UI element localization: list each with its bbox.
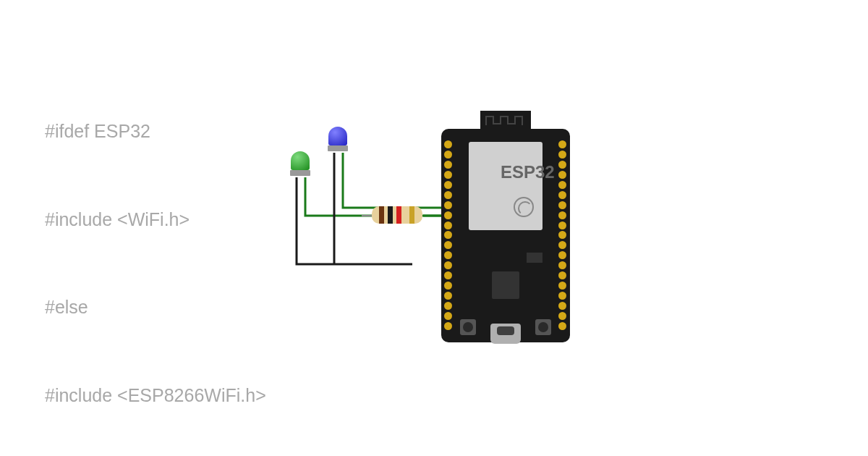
pin xyxy=(558,221,566,229)
pin xyxy=(558,261,566,269)
pin xyxy=(444,251,452,259)
pin xyxy=(444,282,452,290)
boot-button[interactable] xyxy=(535,319,551,335)
pin xyxy=(444,140,452,148)
esp32-chip-label: ESP32 xyxy=(501,162,555,182)
pin xyxy=(444,211,452,219)
pin xyxy=(558,251,566,259)
usb-serial-chip xyxy=(492,271,519,299)
led-bulb xyxy=(291,151,310,170)
pin xyxy=(558,231,566,239)
pin-header-left xyxy=(444,140,453,330)
regulator-chip xyxy=(527,253,542,263)
circuit-diagram: ESP32 xyxy=(441,98,586,344)
antenna-trace-icon xyxy=(480,111,531,130)
pin xyxy=(444,171,452,179)
pin xyxy=(444,312,452,320)
pin xyxy=(558,181,566,189)
pin xyxy=(444,322,452,330)
pin xyxy=(444,181,452,189)
code-line: #include <ESP8266WiFi.h> xyxy=(45,381,645,410)
pin xyxy=(558,161,566,169)
pin xyxy=(558,312,566,320)
pin xyxy=(558,322,566,330)
pin xyxy=(558,302,566,310)
green-led[interactable] xyxy=(291,151,310,176)
pin-header-right xyxy=(558,140,567,330)
led-base xyxy=(290,170,310,176)
pin xyxy=(558,241,566,249)
espressif-logo-icon xyxy=(514,197,534,217)
resistor-band-1 xyxy=(379,206,384,224)
pin xyxy=(444,292,452,300)
pin xyxy=(558,292,566,300)
resistor-band-3 xyxy=(396,206,401,224)
led-base xyxy=(328,145,348,151)
esp32-antenna xyxy=(480,111,531,130)
pin xyxy=(558,271,566,279)
pin xyxy=(444,302,452,310)
esp32-metal-shield: ESP32 xyxy=(469,142,542,230)
pin xyxy=(444,221,452,229)
pin xyxy=(558,191,566,199)
resistor-band-2 xyxy=(388,206,393,224)
pin xyxy=(444,271,452,279)
esp32-board[interactable]: ESP32 xyxy=(441,129,570,342)
pin xyxy=(558,151,566,159)
pin xyxy=(444,161,452,169)
led-bulb xyxy=(328,127,347,145)
pin xyxy=(558,201,566,209)
pin xyxy=(558,171,566,179)
pin xyxy=(558,211,566,219)
pin xyxy=(444,261,452,269)
pin xyxy=(444,241,452,249)
pin xyxy=(444,231,452,239)
pin xyxy=(558,140,566,148)
pin xyxy=(444,191,452,199)
pin xyxy=(444,151,452,159)
micro-usb-port xyxy=(490,324,521,344)
resistor-band-4 xyxy=(409,206,414,224)
pin xyxy=(558,282,566,290)
pin xyxy=(444,201,452,209)
resistor[interactable] xyxy=(372,206,422,224)
blue-led[interactable] xyxy=(328,127,347,151)
en-button[interactable] xyxy=(460,319,476,335)
